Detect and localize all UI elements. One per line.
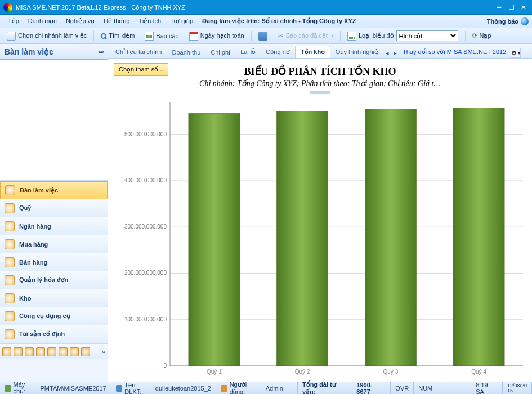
tools-icon <box>5 311 15 321</box>
svg-text:300.000.000.000: 300.000.000.000 <box>124 223 167 230</box>
menu-tep[interactable]: Tệp <box>3 16 24 26</box>
chart-type-label: Loại biểu đồ <box>359 32 394 39</box>
tab-doanh-thu[interactable]: Doanh thu <box>167 47 206 58</box>
menu-danhmuc[interactable]: Danh mục <box>24 16 61 26</box>
window-title: MISA SME.NET 2017 Beta1.12 Express - Côn… <box>16 4 185 11</box>
menu-hethong[interactable]: Hệ thống <box>99 16 134 26</box>
nav-label: Mua hàng <box>19 241 48 248</box>
status-time: 8:19 SA <box>471 382 503 394</box>
svg-rect-14 <box>189 114 240 366</box>
mini-nav-icon[interactable] <box>59 347 68 356</box>
chart-title: BIỂU ĐỒ PHÂN TÍCH TỒN KHO <box>114 65 526 78</box>
status-date: 12/08/20 15 <box>503 382 532 394</box>
collapse-sidebar-icon[interactable]: «« <box>99 48 103 55</box>
svg-text:400.000.000.000: 400.000.000.000 <box>124 177 167 183</box>
user-icon <box>221 385 227 392</box>
inventory-icon <box>5 293 15 303</box>
nav-label: Bán hàng <box>19 259 47 266</box>
status-hotline: Tổng đài tư vấn: 1900-8677 <box>298 382 391 394</box>
tab-scroll-left-icon[interactable]: ◂ <box>383 48 391 58</box>
tab-quy-trinh[interactable]: Quy trình nghiệ <box>330 46 383 58</box>
chart-type-control: Loại biểu đồ Hình cột <box>344 29 462 42</box>
mini-nav-icon[interactable] <box>36 347 45 356</box>
sidebar-title: Bàn làm việc <box>5 47 53 56</box>
gear-icon[interactable]: ⚙▾ <box>511 48 521 58</box>
menu-tienich[interactable]: Tiện ích <box>135 16 166 26</box>
scissors-icon: ✂ <box>278 32 284 40</box>
status-user: Người dùng: Admin <box>216 382 288 394</box>
calendar-icon <box>189 32 198 41</box>
mini-nav-icon[interactable] <box>14 347 23 356</box>
nav-item-mua-hang[interactable]: Mua hàng <box>0 235 108 253</box>
chart-type-icon <box>347 32 356 41</box>
choose-branch-button[interactable]: Chọn chi nhánh làm việc <box>3 30 90 42</box>
menu-trogiup[interactable]: Trợ giúp <box>166 16 198 26</box>
nav-label: Công cụ dụng cụ <box>19 312 70 320</box>
nav-item-ngan-hang[interactable]: Ngân hàng <box>0 217 108 235</box>
bank-icon <box>5 221 15 231</box>
report-label: Báo cáo <box>156 33 178 39</box>
mini-nav-icon[interactable] <box>81 347 90 356</box>
svg-rect-16 <box>277 111 328 366</box>
status-num: NUM <box>414 382 437 394</box>
nav-item-quy[interactable]: Quỹ <box>0 199 108 217</box>
choose-params-button[interactable]: Chọn tham số... <box>114 63 168 76</box>
report-icon <box>145 32 154 41</box>
svg-text:100.000.000.000: 100.000.000.000 <box>124 316 167 323</box>
chart-area: 0100.000.000.000200.000.000.000300.000.0… <box>114 96 526 379</box>
status-bar: Máy chủ: PMTAM\MISASME2017 Tên DLKT: dul… <box>0 382 532 394</box>
fund-icon <box>5 203 15 213</box>
minimize-button[interactable]: ━ <box>494 3 504 11</box>
nav-item-ban-hang[interactable]: Bán hàng <box>0 253 108 271</box>
nav-item-tai-san[interactable]: Tài sản cố định <box>0 325 108 343</box>
toolbar: Chọn chi nhánh làm việc Tìm kiếm Báo cáo… <box>0 28 532 44</box>
chart-drag-handle[interactable] <box>310 91 330 94</box>
svg-text:Quý 3: Quý 3 <box>383 369 399 375</box>
tab-bar: Chỉ tiêu tài chính Doanh thu Chi phí Lãi… <box>108 44 532 59</box>
save-icon <box>258 32 267 41</box>
refresh-icon: ⟳ <box>472 32 477 39</box>
changes-link[interactable]: Thay đổi so với MISA SME.NET 2012 <box>399 46 509 58</box>
mini-nav-icon[interactable] <box>47 347 56 356</box>
search-button[interactable]: Tìm kiếm <box>97 31 138 41</box>
maximize-button[interactable]: ☐ <box>506 3 516 11</box>
nav-item-kho[interactable]: Kho <box>0 289 108 307</box>
notify-label[interactable]: Thông báo <box>487 18 518 25</box>
svg-text:Quý 4: Quý 4 <box>471 369 486 375</box>
globe-icon[interactable] <box>521 17 529 25</box>
accounting-date-button[interactable]: Ngày hạch toán <box>186 30 248 42</box>
svg-text:Quý 2: Quý 2 <box>295 369 310 375</box>
tab-cong-no[interactable]: Công nợ <box>261 46 294 58</box>
sidebar-header: Bàn làm việc «« <box>0 44 108 60</box>
report-button[interactable]: Báo cáo <box>141 30 182 42</box>
reload-button[interactable]: ⟳ Nạp <box>469 31 495 41</box>
chart-subtitle: Chi nhánh: Tổng Công ty XYZ; Phân tích t… <box>114 79 526 88</box>
accounting-date-label: Ngày hạch toán <box>200 32 244 39</box>
branch-icon <box>7 32 16 41</box>
desktop-icon <box>5 185 15 195</box>
tab-chi-phi[interactable]: Chi phí <box>205 47 235 58</box>
nav-item-ban-lam-viec[interactable]: Bàn làm việc <box>0 181 108 199</box>
search-label: Tìm kiếm <box>109 32 135 39</box>
nav-item-hoa-don[interactable]: Quản lý hóa đơn <box>0 271 108 289</box>
nav-label: Kho <box>19 295 31 302</box>
nav-item-cong-cu[interactable]: Công cụ dụng cụ <box>0 307 108 325</box>
cut-report-button: ✂ Báo cáo đã cắt ▾ <box>274 30 337 41</box>
chart-type-select[interactable]: Hình cột <box>396 30 458 41</box>
sidebar: Bàn làm việc «« Bàn làm việc Quỹ Ngân hà… <box>0 44 108 382</box>
menu-nghiepvu[interactable]: Nghiệp vụ <box>61 16 99 26</box>
search-icon <box>101 33 106 39</box>
svg-rect-18 <box>365 109 416 366</box>
tab-chi-tieu-tai-chinh[interactable]: Chỉ tiêu tài chính <box>110 46 167 58</box>
sidebar-empty-panel <box>0 60 108 181</box>
bar-chart: 0100.000.000.000200.000.000.000300.000.0… <box>114 96 526 379</box>
tab-ton-kho[interactable]: Tồn kho <box>295 46 330 59</box>
server-icon <box>5 385 11 392</box>
mini-nav-icon[interactable] <box>2 347 11 356</box>
mini-nav-icon[interactable] <box>70 347 79 356</box>
mini-nav-icon[interactable] <box>25 347 34 356</box>
close-button[interactable]: ✕ <box>518 3 529 11</box>
nav-strip-more-icon[interactable]: » <box>102 348 105 355</box>
tab-lai-lo[interactable]: Lãi lỗ <box>235 46 261 58</box>
tab-scroll-right-icon[interactable]: ▸ <box>391 48 399 58</box>
